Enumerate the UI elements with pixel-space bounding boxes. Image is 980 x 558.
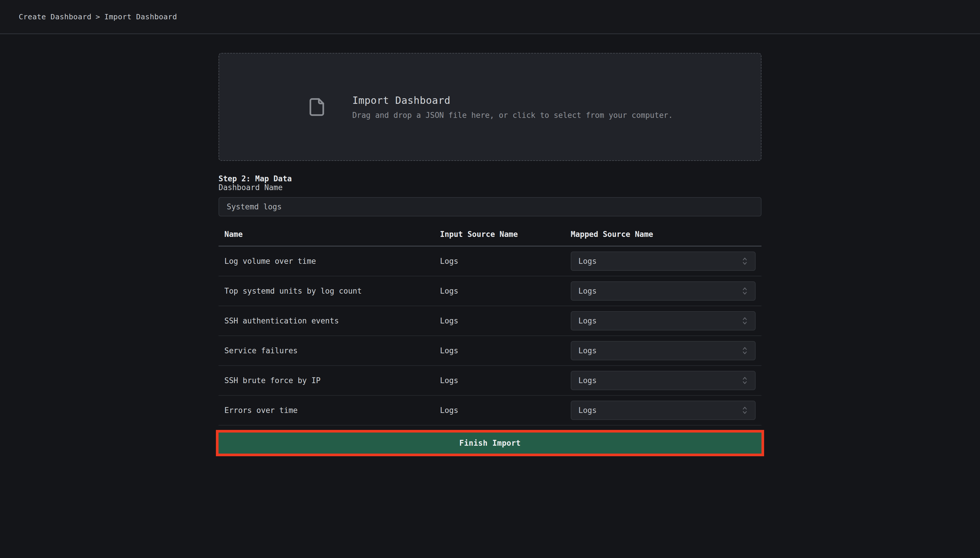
row-name: Errors over time [218, 406, 440, 415]
dropzone-title: Import Dashboard [352, 94, 673, 106]
chevron-up-down-icon [741, 316, 749, 326]
mapping-table: Name Input Source Name Mapped Source Nam… [218, 224, 762, 425]
import-dashboard-page: Import Dashboard Drag and drop a JSON fi… [218, 34, 762, 456]
mapped-source-select[interactable]: Logs [571, 311, 756, 330]
mapped-source-select[interactable]: Logs [571, 281, 756, 300]
breadcrumb: Create Dashboard > Import Dashboard [19, 13, 177, 21]
table-row: Log volume over time Logs Logs [218, 246, 762, 276]
step-title: Step 2: Map Data [218, 174, 762, 183]
dashboard-name-label: Dashboard Name [218, 183, 282, 192]
select-value: Logs [578, 406, 597, 415]
json-file-dropzone[interactable]: Import Dashboard Drag and drop a JSON fi… [218, 53, 762, 161]
row-input-source: Logs [440, 257, 571, 266]
mapped-source-select[interactable]: Logs [571, 341, 756, 360]
top-bar: Create Dashboard > Import Dashboard [0, 0, 980, 34]
dropzone-subtitle: Drag and drop a JSON file here, or click… [352, 111, 673, 120]
select-value: Logs [578, 257, 597, 266]
dropzone-content: Import Dashboard Drag and drop a JSON fi… [307, 94, 673, 120]
row-name: SSH brute force by IP [218, 376, 440, 385]
row-input-source: Logs [440, 317, 571, 325]
table-row: Top systemd units by log count Logs Logs [218, 276, 762, 306]
mapped-source-select[interactable]: Logs [571, 400, 756, 420]
header-name: Name [218, 230, 440, 239]
table-row: Service failures Logs Logs [218, 336, 762, 366]
table-header-row: Name Input Source Name Mapped Source Nam… [218, 224, 762, 246]
dropzone-text: Import Dashboard Drag and drop a JSON fi… [352, 94, 673, 120]
finish-import-button[interactable]: Finish Import [218, 433, 762, 454]
header-mapped-source: Mapped Source Name [571, 230, 762, 239]
click-target-annotation: Finish Import [216, 430, 764, 456]
select-value: Logs [578, 287, 597, 295]
row-input-source: Logs [440, 376, 571, 385]
chevron-up-down-icon [741, 405, 749, 415]
chevron-up-down-icon [741, 376, 749, 386]
row-name: Service failures [218, 346, 440, 355]
row-input-source: Logs [440, 406, 571, 415]
breadcrumb-separator: > [96, 13, 100, 21]
mapped-source-select[interactable]: Logs [571, 371, 756, 390]
row-input-source: Logs [440, 287, 571, 295]
table-row: SSH brute force by IP Logs Logs [218, 366, 762, 396]
breadcrumb-import-dashboard: Import Dashboard [104, 13, 177, 21]
chevron-up-down-icon [741, 286, 749, 296]
row-name: SSH authentication events [218, 317, 440, 325]
select-value: Logs [578, 376, 597, 385]
row-input-source: Logs [440, 346, 571, 355]
header-input-source: Input Source Name [440, 230, 571, 239]
select-value: Logs [578, 346, 597, 355]
table-row: SSH authentication events Logs Logs [218, 306, 762, 336]
chevron-up-down-icon [741, 256, 749, 266]
breadcrumb-create-dashboard[interactable]: Create Dashboard [19, 13, 92, 21]
select-value: Logs [578, 317, 597, 325]
table-row: Errors over time Logs Logs [218, 396, 762, 425]
file-icon [307, 94, 327, 120]
row-name: Log volume over time [218, 257, 440, 266]
row-name: Top systemd units by log count [218, 287, 440, 295]
chevron-up-down-icon [741, 346, 749, 356]
mapped-source-select[interactable]: Logs [571, 251, 756, 271]
dashboard-name-input[interactable] [218, 197, 762, 217]
